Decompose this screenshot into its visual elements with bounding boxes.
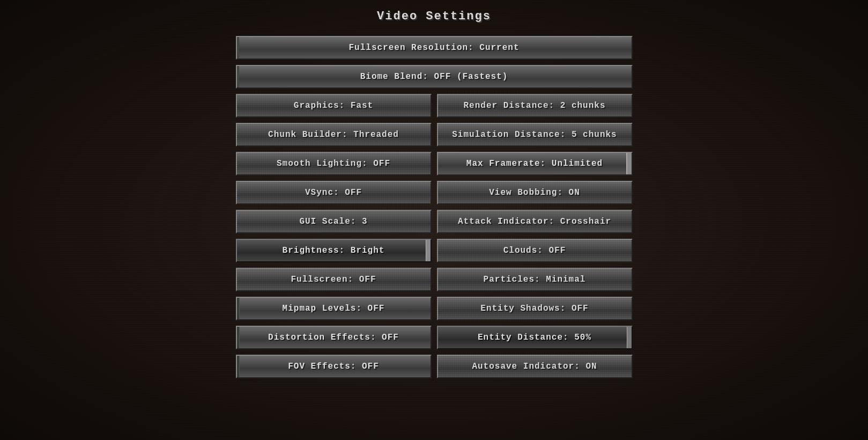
- smooth-lighting-button[interactable]: Smooth Lighting: OFF: [236, 152, 432, 175]
- row-fov-autosave: FOV Effects: OFF Autosave Indicator: ON: [236, 355, 633, 378]
- brightness-button[interactable]: Brightness: Bright: [236, 239, 432, 262]
- row-chunk-simulation: Chunk Builder: Threaded Simulation Dista…: [236, 123, 633, 146]
- particles-button[interactable]: Particles: Minimal: [437, 268, 633, 291]
- biome-blend-button[interactable]: Biome Blend: OFF (Fastest): [236, 65, 633, 89]
- view-bobbing-button[interactable]: View Bobbing: ON: [437, 181, 633, 204]
- autosave-indicator-button[interactable]: Autosave Indicator: ON: [437, 355, 633, 378]
- row-vsync-bobbing: VSync: OFF View Bobbing: ON: [236, 181, 633, 204]
- entity-shadows-button[interactable]: Entity Shadows: OFF: [437, 297, 633, 320]
- fov-effects-button[interactable]: FOV Effects: OFF: [236, 355, 432, 378]
- fullscreen-button[interactable]: Fullscreen: OFF: [236, 268, 432, 291]
- chunk-builder-button[interactable]: Chunk Builder: Threaded: [236, 123, 432, 146]
- row-brightness-clouds: Brightness: Bright Clouds: OFF: [236, 239, 633, 262]
- vsync-button[interactable]: VSync: OFF: [236, 181, 432, 204]
- max-framerate-button[interactable]: Max Framerate: Unlimited: [437, 152, 633, 175]
- row-gui-attack: GUI Scale: 3 Attack Indicator: Crosshair: [236, 210, 633, 233]
- attack-indicator-button[interactable]: Attack Indicator: Crosshair: [437, 210, 633, 233]
- distortion-effects-button[interactable]: Distortion Effects: OFF: [236, 326, 432, 349]
- page-title: Video Settings: [377, 10, 491, 23]
- simulation-distance-button[interactable]: Simulation Distance: 5 chunks: [437, 123, 633, 146]
- row-fullscreen-particles: Fullscreen: OFF Particles: Minimal: [236, 268, 633, 291]
- graphics-button[interactable]: Graphics: Fast: [236, 94, 432, 118]
- mipmap-levels-button[interactable]: Mipmap Levels: OFF: [236, 297, 432, 320]
- fullscreen-resolution-button[interactable]: Fullscreen Resolution: Current: [236, 36, 633, 60]
- settings-container: Fullscreen Resolution: Current Biome Ble…: [236, 36, 633, 378]
- gui-scale-button[interactable]: GUI Scale: 3: [236, 210, 432, 233]
- row-graphics-render: Graphics: Fast Render Distance: 2 chunks: [236, 94, 633, 118]
- clouds-button[interactable]: Clouds: OFF: [437, 239, 633, 262]
- row-smooth-framerate: Smooth Lighting: OFF Max Framerate: Unli…: [236, 152, 633, 175]
- row-mipmap-shadows: Mipmap Levels: OFF Entity Shadows: OFF: [236, 297, 633, 320]
- entity-distance-button[interactable]: Entity Distance: 50%: [437, 326, 633, 349]
- render-distance-button[interactable]: Render Distance: 2 chunks: [437, 94, 633, 118]
- row-distortion-distance: Distortion Effects: OFF Entity Distance:…: [236, 326, 633, 349]
